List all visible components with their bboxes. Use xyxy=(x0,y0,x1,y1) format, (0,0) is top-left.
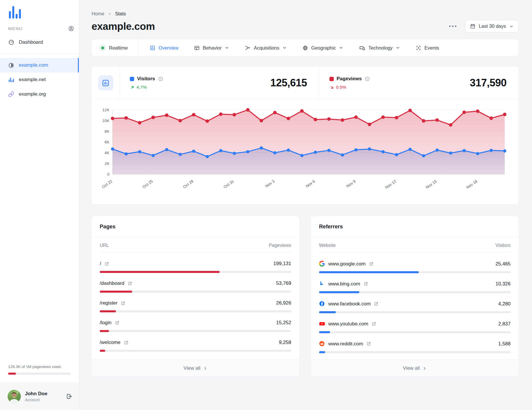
page-url: /register xyxy=(100,300,117,306)
bing-favicon-icon xyxy=(319,281,325,287)
chevron-down-icon xyxy=(396,45,400,50)
external-link-icon[interactable] xyxy=(104,261,109,266)
info-icon[interactable] xyxy=(365,76,370,82)
sidebar-item-dashboard[interactable]: Dashboard xyxy=(0,35,79,50)
sidebar: MENU Dashboard example.comexample.netexa… xyxy=(0,0,79,410)
sidebar-item-example.com[interactable]: example.com xyxy=(0,58,79,72)
menu-header: MENU xyxy=(0,21,79,35)
table-row[interactable]: www.bing.com10,326 xyxy=(311,273,519,293)
table-row[interactable]: www.facebook.com4,280 xyxy=(311,293,519,313)
referrer-site: www.bing.com xyxy=(328,281,360,287)
external-link-icon[interactable] xyxy=(363,281,368,286)
pageviews-value: 317,590 xyxy=(470,77,507,89)
row-progressbar xyxy=(100,350,291,352)
events-icon xyxy=(416,45,421,51)
row-value: 53,769 xyxy=(276,280,291,286)
sidebar-item-example.net[interactable]: example.net xyxy=(0,72,79,87)
referrers-card-title: Referrers xyxy=(311,216,519,237)
row-progressbar xyxy=(319,291,511,293)
table-row[interactable]: /register26,926 xyxy=(92,293,299,312)
svg-text:6K: 6K xyxy=(105,140,110,144)
external-link-icon[interactable] xyxy=(374,301,379,306)
table-row[interactable]: /welcome9,258 xyxy=(92,332,299,352)
row-progressbar xyxy=(100,330,291,332)
referrer-site: www.reddit.com xyxy=(328,341,363,347)
svg-text:0: 0 xyxy=(107,172,110,176)
info-icon[interactable] xyxy=(158,76,163,82)
usage-meter: 126.3K of 1M pageviews used. xyxy=(8,365,71,375)
chevron-right-icon xyxy=(108,12,112,16)
account-section[interactable]: John Doe Account xyxy=(0,382,79,410)
tab-behavior[interactable]: Behavior xyxy=(186,39,237,56)
table-row[interactable]: /login15,252 xyxy=(92,312,299,332)
breadcrumb-home[interactable]: Home xyxy=(92,11,104,17)
row-progressbar xyxy=(319,351,511,353)
tab-bar: RealtimeOverviewBehaviorAcquisitionsGeog… xyxy=(92,39,519,56)
tab-realtime[interactable]: Realtime xyxy=(92,39,139,56)
visitors-legend-swatch xyxy=(130,77,134,81)
page-url: /login xyxy=(100,320,112,326)
row-value: 26,926 xyxy=(276,300,291,306)
external-link-icon[interactable] xyxy=(369,261,374,266)
pageviews-change: 0.5% xyxy=(336,85,346,90)
page-url: / xyxy=(100,261,101,267)
overview-icon xyxy=(150,45,155,51)
pages-view-all-button[interactable]: View all xyxy=(92,360,299,377)
table-row[interactable]: www.youtube.com2,837 xyxy=(311,313,519,333)
pageviews-label: Pageviews xyxy=(337,76,362,82)
tab-events[interactable]: Events xyxy=(408,39,447,56)
svg-text:Nov 3: Nov 3 xyxy=(265,179,276,189)
referrers-col-visitors: Visitors xyxy=(495,243,511,248)
user-circle-icon[interactable] xyxy=(68,25,74,32)
tab-geographic[interactable]: Geographic xyxy=(295,39,351,56)
more-options-icon[interactable] xyxy=(449,24,457,29)
link-icon xyxy=(8,91,14,97)
geographic-icon xyxy=(303,45,308,51)
external-link-icon[interactable] xyxy=(115,320,120,325)
account-role: Account xyxy=(25,398,47,402)
tab-overview[interactable]: Overview xyxy=(142,39,186,56)
external-link-icon[interactable] xyxy=(121,301,125,306)
external-link-icon[interactable] xyxy=(124,340,129,345)
tab-acquisitions[interactable]: Acquisitions xyxy=(237,39,295,56)
table-row[interactable]: www.reddit.com1,588 xyxy=(311,333,519,353)
svg-text:Nov 12: Nov 12 xyxy=(384,179,397,190)
visitors-change: 4.7% xyxy=(136,85,147,90)
app-logo-icon xyxy=(0,0,79,21)
svg-text:8K: 8K xyxy=(105,129,110,134)
row-value: 25,465 xyxy=(495,261,511,267)
table-row[interactable]: www.google.com25,465 xyxy=(311,253,519,273)
main-content: Home Stats example.com Last 30 days xyxy=(79,0,532,410)
svg-text:Nov 18: Nov 18 xyxy=(465,179,478,190)
reddit-favicon-icon xyxy=(319,341,325,347)
pages-card: Pages URL Pageviews /199,131/dashboard53… xyxy=(92,216,299,377)
behavior-icon xyxy=(194,45,200,51)
sidebar-item-example.org[interactable]: example.org xyxy=(0,87,79,101)
traffic-chart[interactable]: 02K4K6K8K10K12KOct 22Oct 25Oct 28Oct 31N… xyxy=(92,99,519,205)
view-all-label: View all xyxy=(403,365,420,371)
view-all-label: View all xyxy=(183,365,200,371)
table-row[interactable]: /dashboard53,769 xyxy=(92,273,299,293)
external-link-icon[interactable] xyxy=(366,341,371,346)
tab-label: Realtime xyxy=(109,45,128,51)
realtime-dot-icon xyxy=(99,45,106,51)
tab-label: Behavior xyxy=(203,45,222,51)
page-title: example.com xyxy=(92,21,155,32)
sidebar-item-label: example.com xyxy=(19,62,48,68)
referrers-view-all-button[interactable]: View all xyxy=(311,360,519,377)
svg-text:Oct 25: Oct 25 xyxy=(142,179,154,189)
sidebar-item-label: example.org xyxy=(19,91,46,97)
external-link-icon[interactable] xyxy=(371,321,376,326)
sidebar-item-label: Dashboard xyxy=(19,39,43,45)
logout-icon[interactable] xyxy=(66,393,72,400)
external-link-icon[interactable] xyxy=(127,281,132,286)
date-range-button[interactable]: Last 30 days xyxy=(465,20,519,32)
tab-technology[interactable]: Technology xyxy=(351,39,408,56)
referrer-site: www.facebook.com xyxy=(328,301,371,307)
svg-text:10K: 10K xyxy=(102,119,109,123)
row-value: 2,837 xyxy=(498,321,511,327)
tab-label: Events xyxy=(424,45,439,51)
tab-label: Acquisitions xyxy=(254,45,279,51)
table-row[interactable]: /199,131 xyxy=(92,253,299,273)
row-value: 15,252 xyxy=(276,320,291,326)
